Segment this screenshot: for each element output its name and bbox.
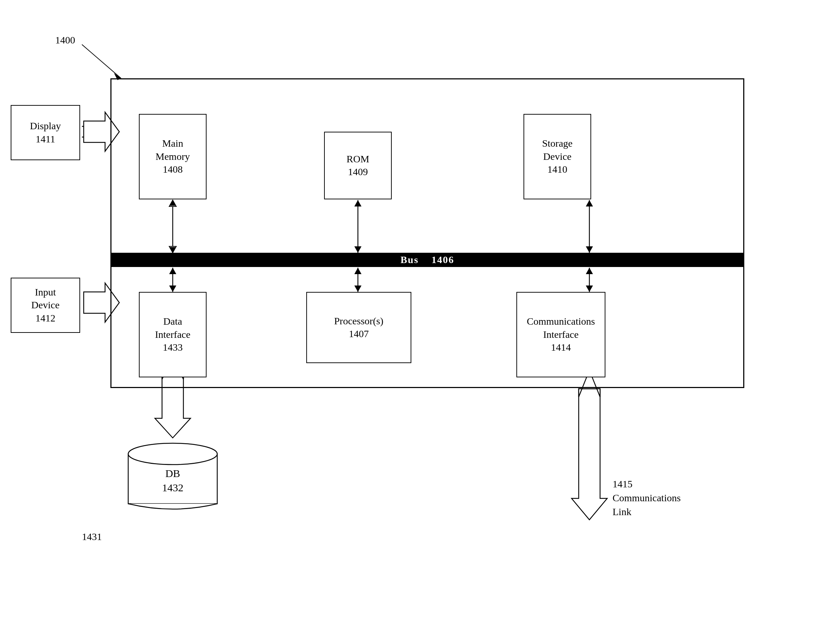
storage-label1: Storage: [542, 137, 573, 150]
comm-link-label: 1415 Communications Link: [613, 477, 680, 519]
rom-label2: 1409: [348, 166, 368, 178]
svg-text:1432: 1432: [162, 481, 183, 494]
bus-label: Bus 1406: [400, 254, 454, 265]
data-interface-label1: Data: [163, 315, 182, 328]
display-label1: Display: [30, 120, 61, 132]
rom-label1: ROM: [347, 153, 369, 166]
data-interface-box: Data Interface 1433: [139, 292, 207, 377]
diagram-container: 1400 Main Memory 1408 ROM 1409 Storage D…: [0, 0, 823, 644]
display-box: Display 1411: [11, 105, 80, 160]
data-interface-label3: 1433: [163, 341, 183, 354]
db-cylinder: DB 1432: [124, 440, 221, 518]
input-device-label1: Input: [35, 286, 56, 299]
main-memory-label3: 1408: [163, 163, 183, 176]
comm-interface-label2: Interface: [543, 328, 578, 341]
storage-device-box: Storage Device 1410: [524, 114, 591, 199]
diagram-label-1400: 1400: [55, 34, 75, 47]
main-memory-label2: Memory: [156, 150, 190, 163]
processors-label2: 1407: [349, 328, 369, 340]
input-device-label2: Device: [31, 299, 60, 311]
processors-label1: Processor(s): [334, 315, 383, 328]
data-interface-label2: Interface: [155, 328, 190, 341]
display-label2: 1411: [35, 133, 55, 146]
svg-marker-32: [571, 389, 607, 520]
bus-label-container: Bus 1406: [111, 253, 743, 267]
comm-interface-label3: 1414: [551, 341, 571, 354]
input-device-box: Input Device 1412: [11, 278, 80, 333]
main-memory-label: Main: [162, 137, 183, 150]
svg-text:DB: DB: [165, 468, 180, 479]
storage-label2: Device: [543, 150, 571, 163]
svg-line-0: [82, 44, 121, 78]
input-device-label3: 1412: [35, 312, 55, 325]
svg-point-35: [128, 443, 217, 465]
db-ref-label: 1431: [82, 531, 102, 543]
comm-interface-label1: Communications: [527, 315, 595, 328]
communications-interface-box: Communications Interface 1414: [516, 292, 605, 377]
rom-box: ROM 1409: [324, 132, 392, 199]
storage-label3: 1410: [547, 163, 567, 176]
processors-box: Processor(s) 1407: [306, 292, 412, 363]
main-memory-box: Main Memory 1408: [139, 114, 207, 199]
